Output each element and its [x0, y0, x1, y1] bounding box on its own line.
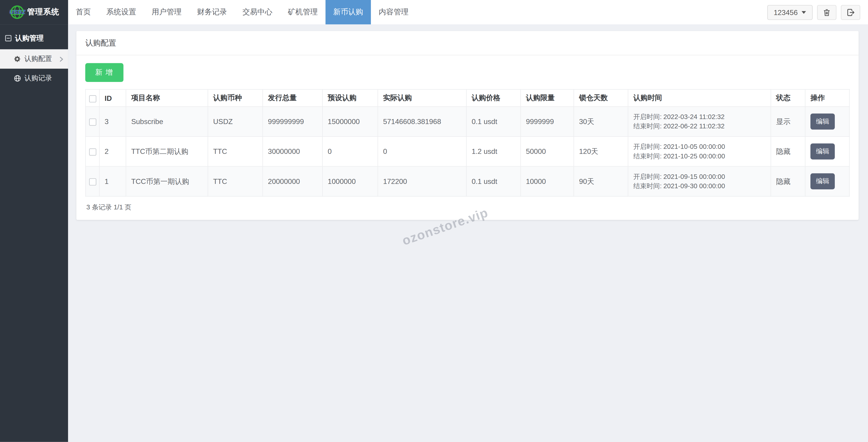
row-checkbox[interactable]	[89, 178, 96, 186]
table-body: 3 Subscribe USDZ 999999999 15000000 5714…	[86, 107, 849, 196]
minus-square-icon	[5, 35, 11, 41]
cell-limit: 10000	[521, 166, 574, 196]
table-row: 2 TTC币第二期认购 TTC 30000000 0 0 1.2 usdt 50…	[86, 137, 849, 166]
col-subscribe-time: 认购时间	[628, 89, 771, 107]
cell-total-issued: 30000000	[262, 137, 322, 166]
sidebar-section-subscription-management[interactable]: 认购管理	[0, 27, 68, 49]
topbar: USDZ 管理系统 首页 系统设置 用户管理 财务记录 交易中心 矿机管理 新币…	[0, 0, 868, 24]
sidebar-item-subscription-records[interactable]: 认购记录	[0, 69, 68, 88]
edit-button[interactable]: 编辑	[810, 173, 835, 189]
col-limit: 认购限量	[521, 89, 574, 107]
cell-id: 3	[99, 107, 126, 136]
start-time-value: 2021-10-05 00:00:00	[663, 143, 725, 150]
col-project-name: 项目名称	[126, 89, 208, 107]
cell-subscribe-time: 开启时间:2022-03-24 11:02:32 结束时间:2022-06-22…	[628, 107, 771, 136]
user-name: 123456	[774, 8, 798, 16]
nav-item-user-management[interactable]: 用户管理	[144, 0, 189, 24]
logo-brand-text: USDZ	[9, 9, 26, 15]
cell-actual: 57146608.381968	[378, 107, 466, 136]
top-navigation: 首页 系统设置 用户管理 财务记录 交易中心 矿机管理 新币认购 内容管理	[68, 0, 767, 24]
cell-subscribe-time: 开启时间:2021-10-05 00:00:00 结束时间:2021-10-25…	[628, 137, 771, 166]
cell-limit: 9999999	[521, 107, 574, 136]
nav-item-system-settings[interactable]: 系统设置	[98, 0, 144, 24]
nav-item-finance-records[interactable]: 财务记录	[189, 0, 235, 24]
cell-price: 0.1 usdt	[466, 166, 521, 196]
col-id: ID	[99, 89, 126, 107]
logout-icon	[846, 8, 855, 16]
pagination-summary: 3 条记录 1/1 页	[85, 197, 850, 214]
row-select-cell	[86, 166, 99, 196]
cell-actual: 172200	[378, 166, 466, 196]
cell-limit: 50000	[521, 137, 574, 166]
logout-button[interactable]	[841, 5, 860, 20]
cell-coin: TTC	[208, 137, 263, 166]
topbar-right: 123456	[767, 0, 868, 24]
table-header-row: ID 项目名称 认购币种 发行总量 预设认购 实际认购 认购价格 认购限量 锁仓…	[86, 89, 849, 107]
add-new-button[interactable]: 新 增	[85, 63, 123, 82]
globe-logo-icon: USDZ	[9, 4, 26, 21]
select-all-checkbox[interactable]	[89, 95, 96, 102]
cell-preset: 0	[322, 137, 378, 166]
cell-coin: TTC	[208, 166, 263, 196]
sidebar: 认购管理 认购配置	[0, 24, 68, 442]
end-time-label: 结束时间:	[633, 122, 662, 130]
col-coin: 认购币种	[208, 89, 263, 107]
nav-item-miner-management[interactable]: 矿机管理	[280, 0, 326, 24]
end-time-line: 结束时间:2021-10-25 00:00:00	[633, 151, 765, 161]
clear-cache-button[interactable]	[817, 5, 836, 20]
caret-down-icon	[802, 11, 806, 13]
chevron-right-icon	[59, 56, 63, 62]
row-checkbox[interactable]	[89, 148, 96, 156]
main-content: 认购配置 新 增 ID	[68, 24, 868, 442]
end-time-label: 结束时间:	[633, 152, 662, 160]
edit-button[interactable]: 编辑	[810, 114, 835, 130]
app-window: USDZ 管理系统 首页 系统设置 用户管理 财务记录 交易中心 矿机管理 新币…	[0, 0, 868, 442]
edit-button[interactable]: 编辑	[810, 143, 835, 159]
cell-status: 隐藏	[771, 137, 805, 166]
sidebar-item-subscription-config[interactable]: 认购配置	[0, 49, 68, 69]
end-time-value: 2021-09-30 00:00:00	[663, 182, 725, 189]
nav-item-trade-center[interactable]: 交易中心	[235, 0, 280, 24]
cell-action: 编辑	[805, 107, 849, 136]
end-time-value: 2021-10-25 00:00:00	[663, 152, 725, 160]
nav-item-new-coin-subscription[interactable]: 新币认购	[326, 0, 371, 24]
cell-price: 0.1 usdt	[466, 107, 521, 136]
start-time-value: 2021-09-15 00:00:00	[663, 173, 725, 180]
col-action: 操作	[805, 89, 849, 107]
cell-price: 1.2 usdt	[466, 137, 521, 166]
table-row: 1 TCC币第一期认购 TTC 20000000 1000000 172200 …	[86, 166, 849, 196]
start-time-line: 开启时间:2021-10-05 00:00:00	[633, 142, 765, 151]
cell-lock-days: 90天	[574, 166, 628, 196]
user-dropdown[interactable]: 123456	[767, 5, 812, 20]
start-time-label: 开启时间:	[633, 113, 662, 120]
subscription-table: ID 项目名称 认购币种 发行总量 预设认购 实际认购 认购价格 认购限量 锁仓…	[85, 89, 850, 197]
select-all-cell	[86, 89, 99, 107]
nav-item-content-management[interactable]: 内容管理	[371, 0, 416, 24]
app-logo: USDZ 管理系统	[0, 0, 68, 24]
cell-total-issued: 999999999	[262, 107, 322, 136]
cell-action: 编辑	[805, 137, 849, 166]
trash-icon	[823, 8, 831, 16]
col-total-issued: 发行总量	[262, 89, 322, 107]
col-preset: 预设认购	[322, 89, 378, 107]
subscription-config-card: 认购配置 新 增 ID	[76, 31, 859, 220]
start-time-line: 开启时间:2022-03-24 11:02:32	[633, 112, 765, 121]
cell-preset: 1000000	[322, 166, 378, 196]
col-status: 状态	[771, 89, 805, 107]
cell-project-name: Subscribe	[126, 107, 208, 136]
cell-project-name: TTC币第二期认购	[126, 137, 208, 166]
gear-icon	[14, 55, 21, 63]
start-time-label: 开启时间:	[633, 173, 662, 180]
cell-actual: 0	[378, 137, 466, 166]
cell-id: 1	[99, 166, 126, 196]
row-select-cell	[86, 137, 99, 166]
cell-lock-days: 30天	[574, 107, 628, 136]
row-select-cell	[86, 107, 99, 136]
start-time-label: 开启时间:	[633, 143, 662, 150]
cell-id: 2	[99, 137, 126, 166]
app-name: 管理系统	[27, 7, 59, 17]
start-time-line: 开启时间:2021-09-15 00:00:00	[633, 172, 765, 181]
row-checkbox[interactable]	[89, 119, 96, 126]
nav-item-home[interactable]: 首页	[68, 0, 98, 24]
globe-icon	[14, 75, 21, 82]
